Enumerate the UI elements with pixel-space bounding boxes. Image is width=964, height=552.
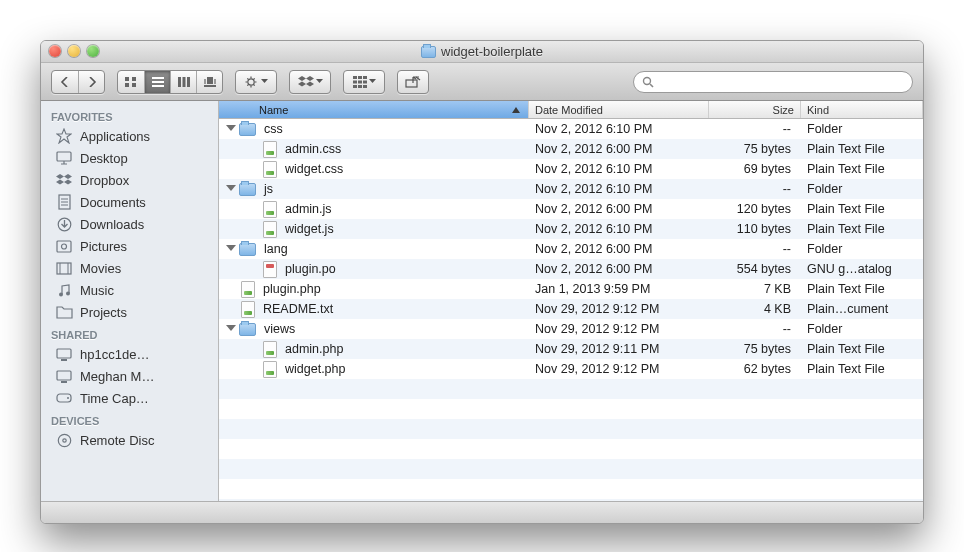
column-view-button[interactable]: [170, 71, 196, 93]
folder-icon: [55, 304, 73, 320]
titlebar: widget-boilerplate: [41, 41, 923, 63]
file-row[interactable]: README.txtNov 29, 2012 9:12 PM4 KBPlain……: [219, 299, 923, 319]
file-kind: Plain Text File: [801, 282, 923, 296]
file-row[interactable]: widget.jsNov 2, 2012 6:10 PM110 bytesPla…: [219, 219, 923, 239]
svg-rect-24: [358, 76, 362, 79]
folder-row[interactable]: cssNov 2, 2012 6:10 PM--Folder: [219, 119, 923, 139]
forward-button[interactable]: [78, 71, 104, 93]
disclosure-triangle-icon[interactable]: [226, 125, 236, 131]
column-date[interactable]: Date Modified: [529, 101, 709, 118]
svg-point-44: [62, 244, 67, 249]
disclosure-triangle-icon[interactable]: [226, 245, 236, 251]
file-icon: [263, 361, 277, 378]
dropbox-menu[interactable]: [289, 70, 331, 94]
empty-row: [219, 439, 923, 459]
svg-rect-0: [125, 77, 129, 81]
file-date: Nov 2, 2012 6:00 PM: [529, 242, 709, 256]
disc-icon: [55, 432, 73, 448]
column-kind[interactable]: Kind: [801, 101, 923, 118]
close-button[interactable]: [49, 45, 61, 57]
svg-point-33: [644, 77, 651, 84]
back-button[interactable]: [52, 71, 78, 93]
file-row[interactable]: plugin.poNov 2, 2012 6:00 PM554 bytesGNU…: [219, 259, 923, 279]
desktop-icon: [55, 150, 73, 166]
file-size: 75 bytes: [709, 342, 801, 356]
svg-rect-9: [187, 77, 190, 87]
file-kind: Plain Text File: [801, 142, 923, 156]
arrange-menu[interactable]: [343, 70, 385, 94]
action-menu[interactable]: [235, 70, 277, 94]
dropbox-icon: [290, 71, 330, 93]
file-kind: Folder: [801, 242, 923, 256]
minimize-button[interactable]: [68, 45, 80, 57]
file-date: Jan 1, 2013 9:59 PM: [529, 282, 709, 296]
file-size: 554 bytes: [709, 262, 801, 276]
sidebar-item[interactable]: Time Cap…: [41, 387, 218, 409]
folder-row[interactable]: langNov 2, 2012 6:00 PM--Folder: [219, 239, 923, 259]
list-view-button[interactable]: [144, 71, 170, 93]
column-size[interactable]: Size: [709, 101, 801, 118]
chevron-down-icon: [316, 79, 323, 84]
disclosure-triangle-icon[interactable]: [226, 185, 236, 191]
file-rows: cssNov 2, 2012 6:10 PM--Folderadmin.cssN…: [219, 119, 923, 501]
sidebar-item[interactable]: Projects: [41, 301, 218, 323]
svg-rect-35: [57, 152, 71, 161]
file-kind: GNU g…atalog: [801, 262, 923, 276]
file-row[interactable]: widget.phpNov 29, 2012 9:12 PM62 bytesPl…: [219, 359, 923, 379]
sidebar-item[interactable]: Meghan M…: [41, 365, 218, 387]
file-size: 7 KB: [709, 282, 801, 296]
share-icon: [398, 71, 428, 93]
sidebar-item[interactable]: Applications: [41, 125, 218, 147]
sidebar-item[interactable]: Remote Disc: [41, 429, 218, 451]
search-input[interactable]: [659, 75, 904, 89]
folder-row[interactable]: viewsNov 29, 2012 9:12 PM--Folder: [219, 319, 923, 339]
file-date: Nov 2, 2012 6:00 PM: [529, 262, 709, 276]
view-mode: [117, 70, 223, 94]
file-date: Nov 29, 2012 9:12 PM: [529, 362, 709, 376]
search-field[interactable]: [633, 71, 913, 93]
sidebar-item[interactable]: Documents: [41, 191, 218, 213]
sidebar-item-label: Music: [80, 283, 114, 298]
column-name[interactable]: Name: [219, 101, 529, 118]
sidebar-item[interactable]: hp1cc1de…: [41, 343, 218, 365]
file-icon: [263, 261, 277, 278]
file-date: Nov 2, 2012 6:10 PM: [529, 162, 709, 176]
disclosure-triangle-icon[interactable]: [226, 325, 236, 331]
svg-rect-6: [152, 85, 164, 87]
sidebar-item[interactable]: Music: [41, 279, 218, 301]
file-row[interactable]: widget.cssNov 2, 2012 6:10 PM69 bytesPla…: [219, 159, 923, 179]
apps-icon: [55, 128, 73, 144]
sidebar-item[interactable]: Desktop: [41, 147, 218, 169]
gear-icon: [236, 71, 276, 93]
file-name: js: [264, 182, 273, 196]
folder-icon: [239, 323, 256, 336]
icon-view-button[interactable]: [118, 71, 144, 93]
zoom-button[interactable]: [87, 45, 99, 57]
sidebar-item[interactable]: Pictures: [41, 235, 218, 257]
file-row[interactable]: admin.cssNov 2, 2012 6:00 PM75 bytesPlai…: [219, 139, 923, 159]
file-kind: Plain Text File: [801, 222, 923, 236]
sidebar-item[interactable]: Dropbox: [41, 169, 218, 191]
file-date: Nov 29, 2012 9:11 PM: [529, 342, 709, 356]
file-icon: [263, 201, 277, 218]
share-button[interactable]: [397, 70, 429, 94]
sidebar-item[interactable]: Movies: [41, 257, 218, 279]
folder-icon: [421, 46, 436, 58]
file-row[interactable]: admin.jsNov 2, 2012 6:00 PM120 bytesPlai…: [219, 199, 923, 219]
file-name: widget.css: [285, 162, 343, 176]
folder-row[interactable]: jsNov 2, 2012 6:10 PM--Folder: [219, 179, 923, 199]
file-row[interactable]: plugin.phpJan 1, 2013 9:59 PM7 KBPlain T…: [219, 279, 923, 299]
svg-point-57: [62, 438, 65, 441]
file-name: admin.php: [285, 342, 343, 356]
svg-rect-27: [358, 80, 362, 83]
search-icon: [642, 76, 654, 88]
svg-line-19: [247, 78, 248, 79]
svg-point-56: [58, 434, 70, 446]
sidebar-item[interactable]: Downloads: [41, 213, 218, 235]
svg-rect-13: [204, 85, 216, 87]
file-icon: [241, 301, 255, 318]
sidebar-item-label: Meghan M…: [80, 369, 154, 384]
file-date: Nov 2, 2012 6:00 PM: [529, 202, 709, 216]
file-row[interactable]: admin.phpNov 29, 2012 9:11 PM75 bytesPla…: [219, 339, 923, 359]
coverflow-view-button[interactable]: [196, 71, 222, 93]
